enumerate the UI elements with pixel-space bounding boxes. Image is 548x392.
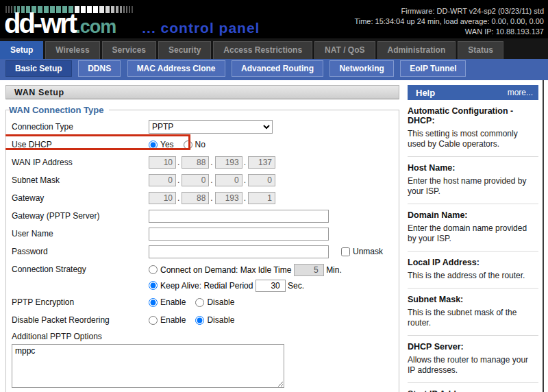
- pptp-server-row: Gateway (PPTP Server): [12, 207, 395, 225]
- subtab-mac-address-clone[interactable]: MAC Address Clone: [127, 60, 225, 77]
- help-header: Help more...: [408, 85, 538, 100]
- subtab-eoip-tunnel[interactable]: EoIP Tunnel: [400, 60, 466, 77]
- tab-status[interactable]: Status: [458, 41, 503, 59]
- tab-administration[interactable]: Administration: [377, 41, 456, 59]
- time-info: Time: 15:34:04 up 24 min, load average: …: [354, 16, 544, 27]
- use-dhcp-no-radio[interactable]: [184, 140, 192, 149]
- gateway-row: Gateway . . .: [12, 189, 395, 207]
- keep-alive-label: Keep Alive: Redial Period: [160, 281, 253, 291]
- pptp-encryption-disable-label: Disable: [207, 297, 234, 307]
- help-heading: Host Name:: [408, 163, 537, 173]
- tab-nat-qos[interactable]: NAT / QoS: [314, 41, 375, 59]
- connection-type-label: Connection Type: [12, 122, 149, 132]
- connection-strategy-row: Connection Strategy Connect on Demand: M…: [12, 260, 395, 293]
- use-dhcp-yes-label: Yes: [160, 140, 174, 149]
- help-section-start-ip: Start IP Address: The address you would …: [408, 383, 538, 392]
- help-body: This setting is most commonly used by Ca…: [408, 129, 537, 149]
- help-section-dhcp: Automatic Configuration - DHCP: This set…: [408, 100, 538, 157]
- help-panel: Help more... Automatic Configuration - D…: [408, 80, 544, 392]
- tab-setup[interactable]: Setup: [0, 41, 43, 59]
- wan-setup-section-header: WAN Setup: [5, 85, 399, 99]
- additional-options-textarea[interactable]: mppc: [12, 344, 284, 388]
- user-name-input[interactable]: [149, 228, 329, 241]
- subnet-octet-1: [149, 174, 176, 186]
- pptp-server-label: Gateway (PPTP Server): [12, 211, 149, 221]
- redial-period-input[interactable]: [256, 280, 286, 292]
- packet-reordering-disable-radio[interactable]: [195, 316, 204, 325]
- help-body: Enter the host name provided by your ISP…: [408, 176, 537, 197]
- gateway-label: Gateway: [12, 193, 149, 203]
- help-section-domain-name: Domain Name: Enter the domain name provi…: [408, 204, 538, 252]
- router-status-info: Firmware: DD-WRT v24-sp2 (03/23/11) std …: [354, 6, 544, 37]
- pptp-server-input[interactable]: [149, 210, 329, 223]
- max-idle-time-unit: Min.: [326, 265, 342, 275]
- connection-type-row: Connection Type PPTP: [12, 118, 395, 136]
- connection-strategy-label: Connection Strategy: [12, 262, 149, 274]
- subnet-octet-3: [215, 174, 242, 186]
- redial-period-unit: Sec.: [288, 281, 304, 291]
- use-dhcp-no-label: No: [195, 140, 206, 149]
- subtab-networking[interactable]: Networking: [329, 60, 393, 77]
- main-tab-bar: Setup Wireless Services Security Access …: [0, 38, 548, 59]
- sub-tab-bar: Basic Setup DDNS MAC Address Clone Advan…: [0, 59, 548, 80]
- unmask-checkbox[interactable]: [341, 247, 350, 256]
- pptp-encryption-enable-radio[interactable]: [149, 298, 158, 307]
- subtab-basic-setup[interactable]: Basic Setup: [5, 60, 72, 77]
- use-dhcp-label: Use DHCP: [12, 140, 149, 149]
- wan-connection-type-legend: WAN Connection Type: [9, 105, 109, 115]
- pptp-encryption-row: PPTP Encryption Enable Disable: [12, 293, 395, 311]
- brand-tagline: ... control panel: [142, 20, 260, 36]
- wan-ip-info: WAN IP: 10.88.193.137: [354, 27, 544, 37]
- gateway-octet-3: [215, 192, 242, 204]
- help-body: Allows the router to manage your IP addr…: [408, 355, 537, 376]
- pptp-encryption-enable-label: Enable: [160, 297, 186, 307]
- help-heading: Local IP Address:: [408, 258, 537, 267]
- help-title: Help: [416, 88, 435, 98]
- help-heading: Domain Name:: [408, 210, 537, 220]
- packet-reordering-disable-label: Disable: [207, 315, 234, 325]
- wan-ip-octet-4: [248, 156, 275, 169]
- pptp-encryption-disable-radio[interactable]: [195, 298, 204, 307]
- password-label: Password: [12, 247, 149, 256]
- wan-ip-row: WAN IP Address . . .: [12, 154, 395, 171]
- connect-on-demand-label: Connect on Demand: Max Idle Time: [160, 265, 291, 275]
- subtab-advanced-routing[interactable]: Advanced Routing: [232, 60, 323, 77]
- subnet-octet-4: [248, 174, 275, 186]
- wan-ip-label: WAN IP Address: [12, 158, 149, 167]
- pptp-encryption-label: PPTP Encryption: [12, 297, 149, 307]
- help-more-link[interactable]: more...: [508, 88, 533, 97]
- subtab-ddns[interactable]: DDNS: [78, 60, 121, 77]
- tab-access-restrictions[interactable]: Access Restrictions: [213, 41, 312, 59]
- subnet-mask-row: Subnet Mask . . .: [12, 171, 395, 189]
- wan-connection-type-fieldset: WAN Connection Type Connection Type PPTP…: [5, 105, 399, 392]
- packet-reordering-enable-label: Enable: [160, 315, 186, 325]
- use-dhcp-yes-radio[interactable]: [149, 140, 158, 149]
- help-section-dhcp-server: DHCP Server: Allows the router to manage…: [408, 336, 538, 383]
- subnet-mask-label: Subnet Mask: [12, 175, 149, 185]
- wan-ip-octet-2: [182, 156, 209, 169]
- gateway-octet-1: [149, 192, 176, 204]
- brand-logo: dd-wrt.com... control panel: [4, 8, 260, 39]
- connection-type-select[interactable]: PPTP: [149, 120, 273, 134]
- help-heading: Start IP Address:: [408, 389, 537, 392]
- help-body: This is the subnet mask of the router.: [408, 308, 537, 328]
- packet-reordering-row: Disable Packet Reordering Enable Disable: [12, 311, 395, 329]
- password-row: Password Unmask: [12, 243, 395, 260]
- tab-wireless[interactable]: Wireless: [45, 41, 99, 59]
- main-content: WAN Setup WAN Connection Type Connection…: [5, 80, 399, 392]
- keep-alive-radio[interactable]: [149, 281, 158, 290]
- password-input[interactable]: [149, 245, 329, 258]
- tab-services[interactable]: Services: [102, 41, 156, 59]
- connect-on-demand-radio[interactable]: [149, 265, 158, 274]
- brand-name: dd-wrt: [4, 8, 75, 38]
- brand-tld: .com: [75, 16, 116, 37]
- subnet-octet-2: [182, 174, 209, 186]
- gateway-octet-2: [182, 192, 209, 204]
- wan-ip-octet-1: [149, 156, 176, 169]
- wan-ip-octet-3: [215, 156, 242, 169]
- tab-security[interactable]: Security: [158, 41, 211, 59]
- help-heading: Automatic Configuration - DHCP:: [408, 106, 537, 125]
- packet-reordering-enable-radio[interactable]: [149, 316, 158, 325]
- help-section-local-ip: Local IP Address: This is the address of…: [408, 252, 538, 289]
- unmask-label: Unmask: [353, 247, 383, 256]
